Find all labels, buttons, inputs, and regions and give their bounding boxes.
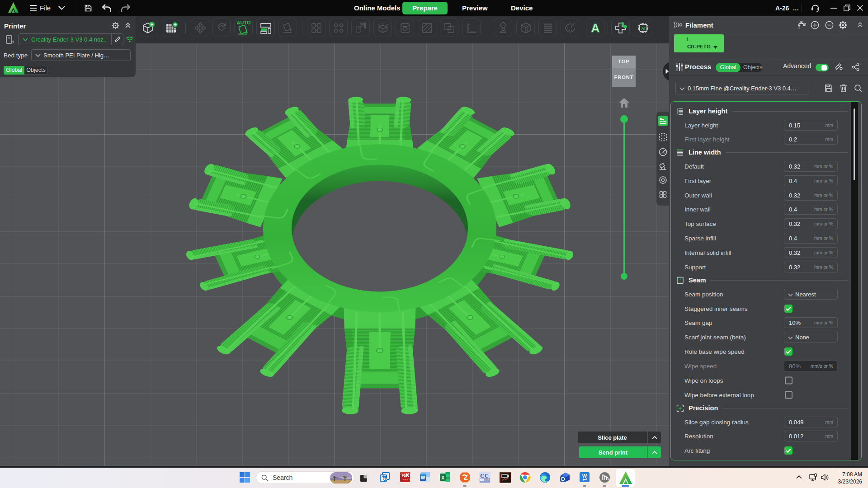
- svg-text:W: W: [582, 473, 587, 479]
- svg-text:12: 12: [485, 478, 489, 482]
- svg-text:X: X: [441, 475, 444, 480]
- svg-text:AUTO: AUTO: [236, 20, 250, 25]
- svg-text:AI: AI: [641, 26, 645, 31]
- svg-text:A: A: [591, 21, 599, 35]
- svg-text:W: W: [421, 475, 425, 480]
- svg-text:PDF-X Edit: PDF-X Edit: [403, 479, 410, 481]
